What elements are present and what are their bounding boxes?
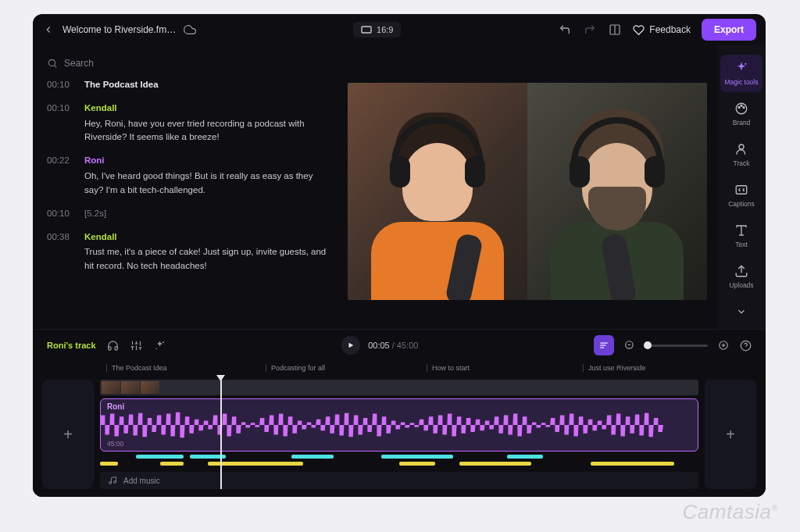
add-music-track[interactable]: Add music (100, 472, 698, 489)
headphones-icon[interactable] (107, 339, 120, 352)
chapter-marker[interactable]: Just use Riverside (583, 364, 646, 372)
svg-point-37 (109, 482, 112, 484)
chapter-marker[interactable]: How to start (427, 364, 470, 372)
project-title[interactable]: Welcome to Riverside.fm… (62, 24, 176, 35)
timeline-marker[interactable] (136, 455, 184, 459)
chapter-marker[interactable]: The Podcast Idea (106, 364, 167, 372)
feedback-button[interactable]: Feedback (633, 24, 691, 36)
timeline-marker[interactable] (100, 462, 118, 466)
clip-duration: 45:00 (107, 440, 123, 448)
svg-point-10 (739, 145, 744, 149)
transcript-speaker: Kendall (84, 102, 330, 116)
timeline-marker[interactable] (381, 455, 453, 459)
transcript-toggle-button[interactable] (594, 335, 614, 355)
rail-item-track[interactable]: Track (720, 136, 762, 173)
rail-more-button[interactable] (720, 298, 762, 325)
upload-icon (734, 264, 748, 278)
video-thumb (121, 381, 140, 394)
timeline-section: Roni's track 00:05 / 45:00 The Podcast I… (33, 329, 766, 497)
transcript-speaker: Kendall (84, 230, 330, 245)
playbar: Roni's track 00:05 / 45:00 (33, 330, 766, 361)
help-icon[interactable] (739, 339, 752, 352)
participant-video-2 (527, 83, 707, 300)
transcript-timestamp: 00:38 (47, 230, 75, 273)
rail-label: Brand (733, 119, 751, 127)
transcript-row[interactable]: 00:10The Podcast Idea (47, 78, 330, 92)
add-track-left-button[interactable]: + (42, 380, 94, 489)
rail-item-brand[interactable]: Brand (720, 95, 762, 133)
play-button[interactable] (341, 336, 360, 355)
transcript-timestamp: 00:10 (47, 102, 75, 145)
person-icon (734, 142, 748, 156)
timeline-marker[interactable] (507, 455, 543, 459)
search-row[interactable]: Search (47, 52, 338, 78)
rail-item-uploads[interactable]: Uploads (720, 258, 762, 295)
camtasia-watermark: Camtasia® (683, 500, 778, 524)
settings-sliders-icon[interactable] (130, 339, 143, 352)
clip-speaker-label: Roni (107, 402, 691, 411)
waveform (101, 411, 663, 439)
rail-label: Uploads (729, 281, 753, 289)
transcript-pause: [5.2s] (84, 207, 330, 221)
participant-video-1 (348, 83, 527, 300)
chapter-marker[interactable]: Podcasting for all (266, 364, 325, 372)
search-icon (47, 58, 58, 69)
zoom-out-icon[interactable] (623, 339, 636, 352)
transcript-row[interactable]: 00:10KendallHey, Roni, have you ever tri… (47, 102, 330, 145)
transcript-row[interactable]: 00:22RoniOh, I've heard good things! But… (47, 154, 330, 197)
marker-row-yellow (100, 462, 698, 466)
active-track-label[interactable]: Roni's track (47, 341, 96, 350)
transcript-text: Hey, Roni, have you ever tried recording… (84, 117, 327, 145)
sparkle-icon[interactable] (154, 339, 166, 352)
feedback-label: Feedback (649, 24, 691, 35)
svg-point-38 (114, 481, 116, 484)
rail-label: Captions (728, 200, 755, 208)
timeline-marker[interactable] (399, 462, 435, 466)
heart-icon (633, 24, 645, 36)
music-note-icon (108, 476, 117, 485)
transcript-row[interactable]: 00:38KendallTrust me, it's a piece of ca… (47, 230, 330, 273)
rail-item-text[interactable]: Text (720, 217, 762, 255)
zoom-slider[interactable] (645, 345, 708, 347)
rail-label: Text (735, 241, 748, 248)
svg-rect-0 (362, 27, 371, 33)
timeline-marker[interactable] (459, 462, 531, 466)
cloud-sync-icon[interactable] (184, 23, 196, 36)
layout-icon[interactable] (608, 23, 622, 37)
transcript-row[interactable]: 00:10[5.2s] (47, 207, 330, 221)
timeline-tracks[interactable]: Roni 45:00 Add music (100, 380, 698, 489)
audio-clip[interactable]: Roni 45:00 (100, 398, 698, 452)
rail-item-magic[interactable]: Magic tools (720, 55, 762, 92)
transcript-timestamp: 00:10 (47, 78, 75, 92)
undo-icon[interactable] (558, 23, 572, 37)
redo-icon[interactable] (583, 23, 597, 37)
timeline-marker[interactable] (591, 462, 674, 466)
palette-icon (734, 102, 748, 116)
svg-line-4 (55, 66, 57, 68)
timeline-marker[interactable] (208, 462, 304, 466)
rail-item-captions[interactable]: Captions (720, 177, 762, 214)
rail-label: Magic tools (725, 78, 759, 86)
transcript-timestamp: 00:10 (47, 207, 75, 221)
transcript-text: Trust me, it's a piece of cake! Just sig… (84, 245, 327, 273)
text-icon (734, 223, 748, 237)
add-music-label: Add music (123, 477, 160, 485)
marker-row-cyan (100, 455, 698, 459)
add-track-right-button[interactable]: + (705, 380, 756, 489)
transcript-pane: Search 00:10The Podcast Idea00:10Kendall… (33, 45, 338, 329)
aspect-ratio-button[interactable]: 16:9 (353, 22, 401, 37)
svg-point-9 (743, 107, 745, 109)
video-thumbnail-strip[interactable] (100, 380, 698, 395)
timeline-marker[interactable] (291, 455, 334, 459)
app-window: Welcome to Riverside.fm… 16:9 Feedback E… (33, 14, 766, 497)
zoom-in-icon[interactable] (717, 339, 730, 352)
chapter-markers-row: The Podcast IdeaPodcasting for allHow to… (33, 361, 766, 375)
video-thumb (102, 381, 120, 394)
back-icon[interactable] (42, 23, 55, 36)
timeline-marker[interactable] (160, 462, 184, 466)
playhead[interactable] (220, 380, 222, 489)
video-canvas[interactable] (348, 83, 707, 300)
video-preview (338, 45, 717, 329)
search-placeholder: Search (64, 58, 94, 69)
export-button[interactable]: Export (702, 19, 756, 41)
